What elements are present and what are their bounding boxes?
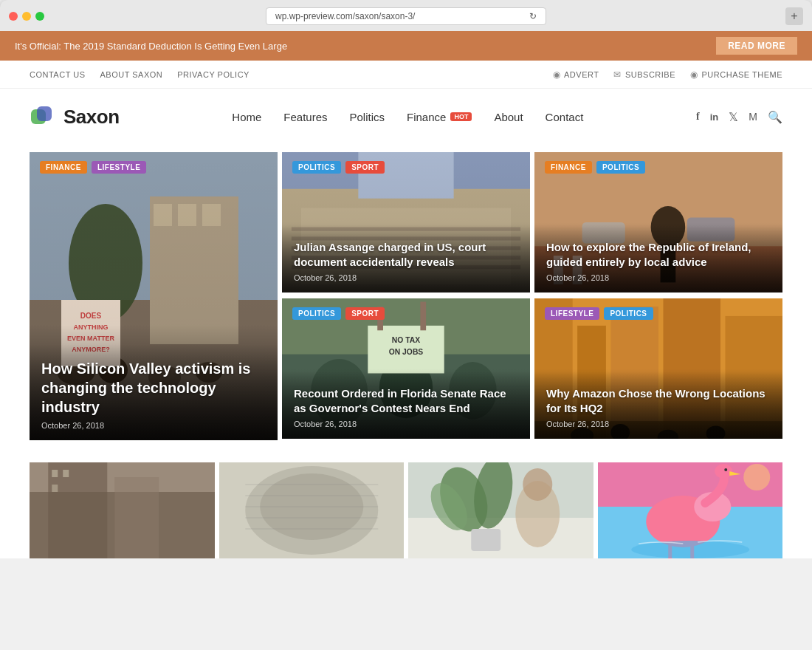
tag-finance-2[interactable]: FINANCE (545, 161, 592, 174)
linkedin-icon[interactable]: in (710, 112, 719, 123)
secondary-nav-about[interactable]: ABOUT SAXON (100, 70, 163, 79)
purchase-label: PURCHASE THEME (702, 70, 782, 79)
advert-icon: ◉ (553, 69, 561, 80)
browser-titlebar: wp.wp-preview.com/saxon/saxon-3/ ↻ + (0, 7, 812, 31)
twitter-icon[interactable]: 𝕏 (729, 110, 738, 124)
svg-rect-69 (52, 485, 58, 492)
mid-top-right-title: How to explore the Republic of Ireland, … (546, 240, 771, 269)
secondary-nav-subscribe[interactable]: ✉ SUBSCRIBE (613, 69, 675, 80)
nav-home[interactable]: Home (232, 111, 261, 123)
secondary-nav-contact[interactable]: CONTACT US (30, 70, 86, 79)
article-card-mid-top-right[interactable]: FINANCE POLITICS How to explore the Repu… (534, 152, 782, 294)
article-card-large[interactable]: DOES ANYTHING EVEN MATTER ANYMORE? (30, 152, 278, 440)
svg-point-87 (523, 468, 552, 501)
article-card-mid-bot-left[interactable]: NO TAX ON JOBS (282, 298, 530, 440)
large-card-date: October 26, 2018 (41, 421, 266, 430)
tag-finance[interactable]: FINANCE (40, 161, 87, 174)
large-card-content: How Silicon Valley activism is changing … (30, 344, 278, 440)
mid-top-left-tags: POLITICS SPORT (282, 152, 530, 188)
search-icon[interactable]: 🔍 (768, 110, 782, 124)
purchase-icon: ◉ (690, 69, 698, 80)
svg-point-93 (724, 468, 727, 471)
mid-top-left-date: October 26, 2018 (294, 273, 518, 282)
strip-card-4[interactable] (598, 462, 783, 558)
bottom-strip (0, 455, 812, 558)
maximize-dot[interactable] (35, 12, 44, 21)
strip-card-1[interactable] (30, 462, 215, 558)
subscribe-label: SUBSCRIBE (625, 70, 675, 79)
mid-bot-left-title: Recount Ordered in Florida Senate Race a… (294, 386, 518, 415)
subscribe-icon: ✉ (613, 69, 622, 80)
url-text: wp.wp-preview.com/saxon/saxon-3/ (275, 11, 415, 21)
announcement-text: It's Official: The 2019 Standard Deducti… (15, 41, 287, 52)
announcement-bar: It's Official: The 2019 Standard Deducti… (0, 31, 812, 61)
facebook-icon[interactable]: f (696, 111, 700, 123)
nav-features[interactable]: Features (283, 111, 327, 123)
logo[interactable]: Saxon (30, 103, 120, 130)
minimize-dot[interactable] (22, 12, 31, 21)
svg-rect-67 (52, 470, 58, 477)
medium-icon[interactable]: M (749, 111, 757, 123)
tag-politics-3[interactable]: POLITICS (292, 307, 341, 320)
hot-badge: Hot (450, 112, 472, 121)
large-card-title: How Silicon Valley activism is changing … (41, 359, 266, 417)
secondary-nav-purchase[interactable]: ◉ PURCHASE THEME (690, 69, 782, 80)
main-nav: Home Features Politics Finance Hot About… (232, 111, 583, 123)
nav-finance[interactable]: Finance Hot (407, 111, 472, 123)
nav-finance-inner: Finance Hot (407, 111, 472, 123)
nav-about[interactable]: About (494, 111, 523, 123)
svg-point-96 (631, 541, 749, 558)
mid-bot-left-content: Recount Ordered in Florida Senate Race a… (282, 372, 530, 439)
nav-politics[interactable]: Politics (350, 111, 385, 123)
reload-icon[interactable]: ↻ (529, 11, 537, 21)
svg-rect-85 (471, 529, 500, 551)
secondary-nav-right: ◉ ADVERT ✉ SUBSCRIBE ◉ PURCHASE THEME (553, 69, 782, 80)
mid-top-right-content: How to explore the Republic of Ireland, … (534, 225, 782, 292)
article-card-mid-bot-right[interactable]: LIFESTYLE POLITICS Why Amazon Chose the … (534, 298, 782, 440)
strip-card-3[interactable] (408, 462, 593, 558)
svg-point-97 (743, 464, 770, 490)
article-card-mid-top-left[interactable]: POLITICS SPORT Julian Assange charged in… (282, 152, 530, 294)
tag-sport-2[interactable]: SPORT (345, 307, 385, 320)
mid-bot-right-title: Why Amazon Chose the Wrong Locations for… (546, 386, 771, 415)
mid-top-right-tags: FINANCE POLITICS (534, 152, 782, 188)
strip-card-2[interactable] (219, 462, 405, 558)
mid-top-left-title: Julian Assange charged in US, court docu… (294, 240, 518, 269)
tag-lifestyle[interactable]: LIFESTYLE (92, 161, 146, 174)
mid-bot-right-date: October 26, 2018 (546, 420, 771, 428)
nav-contact[interactable]: Contact (546, 111, 584, 123)
svg-rect-1 (37, 106, 52, 121)
advert-label: ADVERT (564, 70, 599, 79)
mid-top-left-content: Julian Assange charged in US, court docu… (282, 225, 530, 292)
mid-top-right-date: October 26, 2018 (546, 273, 771, 282)
mid-bot-right-content: Why Amazon Chose the Wrong Locations for… (534, 372, 782, 439)
secondary-nav-left: CONTACT US ABOUT SAXON PRIVACY POLICY (30, 70, 250, 79)
browser-content: It's Official: The 2019 Standard Deducti… (0, 31, 812, 558)
svg-rect-66 (114, 477, 159, 558)
new-tab-button[interactable]: + (785, 7, 803, 25)
browser-window: wp.wp-preview.com/saxon/saxon-3/ ↻ + It'… (0, 0, 812, 558)
tag-sport-1[interactable]: SPORT (345, 161, 385, 174)
logo-text: Saxon (63, 106, 120, 129)
svg-point-92 (715, 464, 732, 479)
secondary-nav-advert[interactable]: ◉ ADVERT (553, 69, 599, 80)
secondary-nav-privacy[interactable]: PRIVACY POLICY (177, 70, 250, 79)
tag-politics-1[interactable]: POLITICS (292, 161, 341, 174)
header-icons: f in 𝕏 M 🔍 (696, 110, 782, 124)
mid-bot-left-tags: POLITICS SPORT (282, 298, 530, 335)
main-header: Saxon Home Features Politics Finance Hot… (0, 89, 812, 145)
tag-lifestyle-2[interactable]: LIFESTYLE (545, 307, 599, 320)
svg-rect-68 (63, 470, 69, 477)
url-bar[interactable]: wp.wp-preview.com/saxon/saxon-3/ ↻ (266, 7, 546, 25)
close-dot[interactable] (9, 12, 18, 21)
tag-politics-4[interactable]: POLITICS (604, 307, 653, 320)
mid-bot-left-date: October 26, 2018 (294, 420, 518, 428)
mid-bot-right-tags: LIFESTYLE POLITICS (534, 298, 782, 335)
secondary-nav: CONTACT US ABOUT SAXON PRIVACY POLICY ◉ … (0, 61, 812, 89)
article-grid: DOES ANYTHING EVEN MATTER ANYMORE? (0, 145, 812, 455)
large-card-tags: FINANCE LIFESTYLE (30, 152, 278, 188)
logo-icon (30, 103, 56, 130)
read-more-button[interactable]: READ MORE (716, 37, 797, 55)
tag-politics-2[interactable]: POLITICS (596, 161, 645, 174)
browser-dots (9, 12, 44, 21)
